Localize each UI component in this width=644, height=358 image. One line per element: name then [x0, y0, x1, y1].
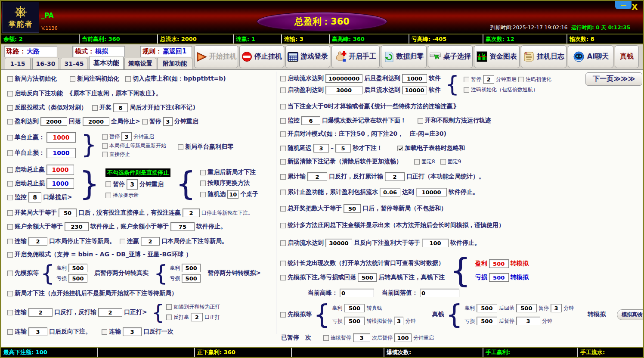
checkbox[interactable] [280, 159, 286, 165]
value-input[interactable]: 3 [123, 327, 142, 336]
value-input[interactable]: 8 [113, 103, 128, 112]
value-input[interactable]: 2 [183, 209, 200, 217]
value-input[interactable]: 500 [489, 259, 509, 268]
value-input[interactable]: 1000 [46, 165, 74, 175]
value-input[interactable]: 500 [358, 273, 377, 282]
tab-1-15[interactable]: 1-15 [5, 58, 31, 69]
mode-field[interactable]: 模式：模拟 [72, 46, 125, 57]
checkbox[interactable] [7, 76, 13, 82]
tab-31-45[interactable]: 31-45 [61, 58, 87, 69]
value-input[interactable]: 6 [301, 116, 320, 125]
value-input[interactable]: 3 [313, 144, 329, 153]
tab-附加功能[interactable]: 附加功能 [157, 58, 192, 69]
value-input[interactable]: 3 [394, 317, 403, 325]
value-input[interactable]: 0 [420, 289, 459, 297]
checkbox[interactable] [102, 143, 108, 149]
真钱-button[interactable]: 真钱 [615, 45, 639, 68]
checkbox[interactable] [7, 119, 13, 125]
value-input[interactable]: 3 [163, 117, 173, 126]
checkbox[interactable] [280, 190, 286, 195]
checkbox[interactable] [464, 87, 469, 93]
value-input[interactable]: 10 [227, 190, 238, 199]
checkbox[interactable] [125, 76, 131, 82]
value-input[interactable]: 2000 [83, 117, 109, 126]
value-input[interactable]: 500 [516, 304, 537, 312]
value-input[interactable]: 2 [98, 308, 122, 317]
checkbox[interactable] [414, 159, 420, 165]
rule-field[interactable]: 规则：赢返回1 [140, 46, 192, 57]
value-input[interactable]: 3 [28, 327, 47, 336]
checkbox[interactable] [464, 77, 469, 82]
value-input[interactable]: 10000 [402, 86, 427, 94]
value-input[interactable]: 100 [422, 239, 449, 247]
value-input[interactable]: 3 [516, 317, 540, 325]
checkbox[interactable] [7, 224, 13, 230]
value-input[interactable]: 50 [59, 209, 77, 217]
value-input[interactable]: 2 [483, 75, 494, 84]
pearl-road-field[interactable]: 珠路：大路 [4, 46, 57, 57]
value-input[interactable]: 500 [344, 304, 365, 312]
value-input[interactable]: 100 [394, 333, 412, 342]
checkbox[interactable] [280, 146, 286, 151]
checkbox[interactable] [280, 275, 286, 280]
checkbox[interactable] [7, 91, 13, 97]
checkbox[interactable] [280, 76, 286, 81]
checkbox[interactable] [7, 329, 13, 335]
value-input[interactable]: 2000 [40, 117, 67, 126]
checkbox[interactable] [7, 135, 13, 140]
checkbox[interactable] [7, 239, 13, 244]
checkbox[interactable] [142, 119, 148, 125]
value-input[interactable]: 0.06 [380, 188, 400, 196]
panel-button[interactable]: 模拟真钱切换方法设置≫ [617, 309, 644, 320]
value-input[interactable]: 50 [344, 204, 361, 213]
开始挂机-button[interactable]: 开始挂机 [194, 45, 238, 68]
checkbox[interactable] [178, 144, 183, 150]
开启手工-button[interactable]: 开启手工 [331, 45, 380, 68]
checkbox[interactable] [518, 77, 524, 82]
checkbox[interactable] [102, 152, 108, 157]
桌子选择-button[interactable]: 桌子选择 [428, 45, 473, 68]
checkbox[interactable] [280, 174, 286, 180]
panel-button[interactable]: 下一页≫≫≫ [585, 72, 642, 86]
minimize-button[interactable]: — [615, 1, 632, 9]
checkbox[interactable] [200, 170, 206, 175]
value-input[interactable]: 500 [477, 317, 497, 325]
value-input[interactable]: 2 [307, 172, 327, 181]
checkbox[interactable] [280, 206, 286, 212]
checkbox[interactable] [7, 291, 13, 296]
checkbox[interactable] [280, 223, 286, 228]
value-input[interactable]: 3 [353, 333, 370, 342]
AI聊天-button[interactable]: AI聊天 [568, 45, 613, 68]
checkbox[interactable] [440, 159, 446, 165]
checkbox[interactable] [280, 131, 286, 137]
value-input[interactable]: 10000 [416, 188, 447, 196]
value-input[interactable]: 500 [182, 264, 201, 272]
value-input[interactable]: 500 [68, 274, 87, 283]
value-input[interactable]: 230 [65, 222, 89, 231]
checkbox[interactable] [105, 193, 111, 198]
checkbox[interactable] [102, 134, 108, 140]
checkbox[interactable] [7, 271, 13, 276]
close-button[interactable]: X [632, 2, 638, 12]
value-input[interactable]: 2 [141, 237, 160, 246]
资金图表-button[interactable]: 资金图表 [474, 45, 520, 68]
checkbox[interactable] [200, 192, 206, 197]
数据归零-button[interactable]: 数据归零 [381, 45, 427, 68]
checkbox[interactable] [280, 261, 286, 266]
value-input[interactable]: 2 [385, 172, 405, 181]
checkbox[interactable] [7, 105, 13, 111]
checkbox[interactable] [166, 314, 172, 320]
checkbox[interactable] [280, 87, 286, 93]
value-input[interactable]: 3 [121, 132, 132, 141]
value-input[interactable]: 3 [127, 179, 138, 190]
value-input[interactable]: 1000 [46, 132, 76, 143]
value-input[interactable]: 8 [28, 192, 41, 202]
value-input[interactable]: 500 [344, 317, 365, 325]
value-input[interactable]: 0 [340, 289, 374, 297]
挂机日志-button[interactable]: 挂机日志 [521, 45, 567, 68]
checkbox[interactable] [7, 167, 13, 173]
value-input[interactable]: 75 [170, 222, 195, 231]
checkbox[interactable] [7, 150, 13, 156]
tab-16-30[interactable]: 16-30 [32, 58, 59, 69]
checkbox[interactable] [397, 146, 403, 151]
